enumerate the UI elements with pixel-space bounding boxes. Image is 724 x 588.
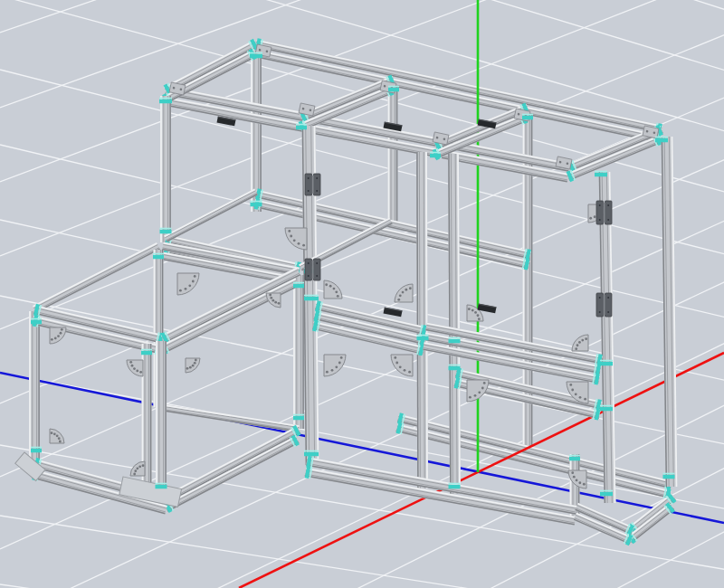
3d-viewport[interactable]: [0, 0, 724, 588]
cad-canvas[interactable]: [0, 0, 724, 588]
